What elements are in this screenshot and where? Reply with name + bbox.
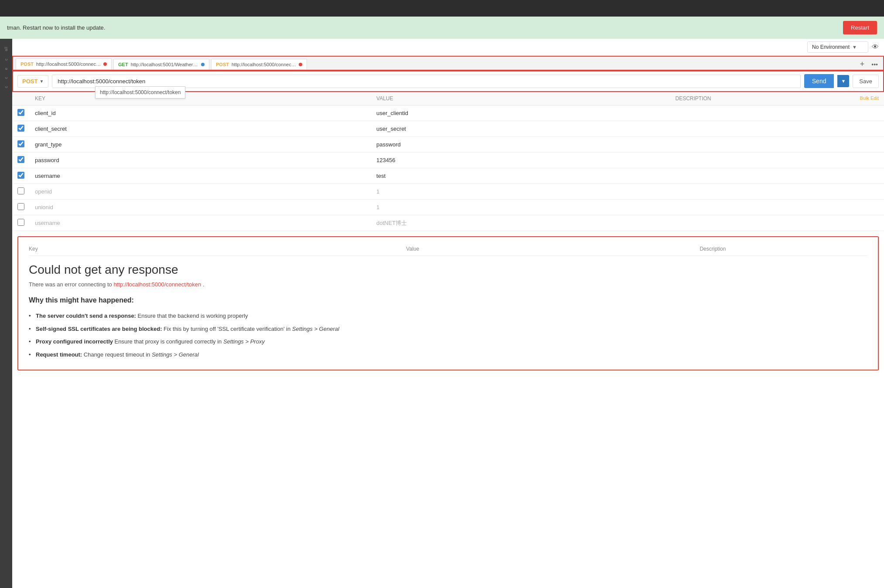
row-checkbox-2[interactable] — [17, 140, 24, 147]
tab-0-dot — [103, 62, 107, 66]
url-input[interactable] — [52, 75, 800, 88]
tab-0-method: POST — [20, 61, 34, 67]
more-tabs-button[interactable]: ••• — [869, 60, 881, 69]
row-key-3: password — [30, 153, 371, 168]
row-value-5: 1 — [371, 184, 670, 200]
why-title: Why this might have happened: — [29, 296, 867, 304]
update-banner: tman. Restart now to install the update.… — [0, 17, 884, 39]
row-value-2: password — [371, 137, 670, 153]
row-checkbox-6[interactable] — [17, 203, 24, 210]
env-bar: No Environment ▼ 👁 — [12, 39, 884, 56]
why-item-1: Self-signed SSL certificates are being b… — [29, 323, 867, 336]
send-button[interactable]: Send — [804, 74, 834, 88]
why-item-3: Request timeout: Change request timeout … — [29, 348, 867, 361]
table-row: username test — [12, 168, 884, 184]
col-check-header — [12, 92, 30, 105]
row-desc-0 — [670, 105, 884, 121]
row-desc-2 — [670, 137, 884, 153]
col-desc-header: DESCRIPTION Bulk Edit — [670, 92, 884, 105]
error-subtitle-suffix: . — [203, 281, 205, 288]
row-desc-1 — [670, 121, 884, 137]
row-value-0: user_clientid — [371, 105, 670, 121]
update-message: tman. Restart now to install the update. — [7, 24, 105, 31]
env-dropdown-icon: ▼ — [852, 44, 857, 50]
tab-1-dot — [201, 63, 205, 66]
send-dropdown-button[interactable]: ▼ — [837, 75, 849, 87]
table-row: username dotNET博士 — [12, 215, 884, 231]
sidebar-item-c1[interactable]: c — [3, 55, 9, 64]
left-sidebar: all c e c c — [0, 39, 12, 588]
table-row: password 123456 — [12, 153, 884, 168]
row-key-7: username — [30, 215, 371, 231]
method-label: POST — [22, 78, 38, 85]
env-eye-icon[interactable]: 👁 — [872, 43, 879, 51]
tab-2-dot — [299, 63, 302, 66]
row-value-7: dotNET博士 — [371, 215, 670, 231]
error-title: Could not get any response — [29, 263, 867, 277]
row-value-4: test — [371, 168, 670, 184]
row-key-2: grant_type — [30, 137, 371, 153]
environment-select[interactable]: No Environment ▼ — [807, 41, 868, 53]
tabs-container: POST http://localhost:5000/connect/... G… — [12, 56, 884, 71]
tab-actions: + ••• — [857, 59, 881, 70]
url-tooltip: http://localhost:5000/connect/token — [95, 86, 185, 99]
tab-0-url: http://localhost:5000/connect/... — [36, 61, 101, 67]
table-row: openid 1 — [12, 184, 884, 200]
row-checkbox-7[interactable] — [17, 219, 24, 226]
why-item-0: The server couldn't send a response: Ens… — [29, 309, 867, 323]
row-checkbox-3[interactable] — [17, 156, 24, 163]
add-tab-button[interactable]: + — [857, 59, 867, 70]
row-key-0: client_id — [30, 105, 371, 121]
tab-1-method: GET — [118, 62, 128, 67]
error-response-panel: Key Value Description Could not get any … — [17, 236, 879, 370]
table-row: unionid 1 — [12, 200, 884, 215]
env-label: No Environment — [812, 44, 850, 50]
row-checkbox-1[interactable] — [17, 125, 24, 132]
error-subtitle-prefix: There was an error connecting to — [29, 281, 113, 288]
content-area: No Environment ▼ 👁 POST http://localhost… — [12, 39, 884, 588]
kv-key-label: Key — [29, 246, 406, 252]
error-subtitle: There was an error connecting to http://… — [29, 281, 867, 288]
tab-2-method: POST — [216, 62, 229, 67]
tab-2[interactable]: POST http://localhost:5000/connect/... — [211, 59, 307, 70]
save-button[interactable]: Save — [853, 75, 879, 88]
method-dropdown[interactable]: POST ▼ — [17, 75, 48, 88]
why-item-2: Proxy configured incorrectly Ensure that… — [29, 335, 867, 348]
row-desc-5 — [670, 184, 884, 200]
sidebar-item-c2[interactable]: c — [3, 73, 9, 82]
col-value-header: VALUE — [371, 92, 670, 105]
row-checkbox-4[interactable] — [17, 172, 24, 179]
row-checkbox-0[interactable] — [17, 109, 24, 116]
tab-2-url: http://localhost:5000/connect/... — [232, 62, 296, 67]
sidebar-item-all[interactable]: all — [3, 43, 9, 55]
table-row: grant_type password — [12, 137, 884, 153]
table-row: client_secret user_secret — [12, 121, 884, 137]
why-list: The server couldn't send a response: Ens… — [29, 309, 867, 361]
row-desc-7 — [670, 215, 884, 231]
table-row: client_id user_clientid — [12, 105, 884, 121]
row-key-6: unionid — [30, 200, 371, 215]
row-value-3: 123456 — [371, 153, 670, 168]
row-key-5: openid — [30, 184, 371, 200]
kv-value-label: Value — [406, 246, 700, 252]
sidebar-item-e[interactable]: e — [3, 64, 9, 74]
restart-button[interactable]: Restart — [843, 21, 877, 34]
params-table: KEY VALUE DESCRIPTION Bulk Edit client_i… — [12, 92, 884, 231]
main-layout: all c e c c No Environment ▼ 👁 POST http… — [0, 39, 884, 588]
tab-1-url: http://localhost:5001/WeatherF... — [131, 62, 198, 67]
kv-desc-label: Description — [700, 246, 867, 252]
top-bar — [0, 0, 884, 17]
tab-1[interactable]: GET http://localhost:5001/WeatherF... — [113, 59, 209, 70]
request-bar: POST ▼ http://localhost:5000/connect/tok… — [12, 71, 884, 92]
row-value-6: 1 — [371, 200, 670, 215]
tab-0[interactable]: POST http://localhost:5000/connect/... — [16, 58, 112, 70]
row-desc-4 — [670, 168, 884, 184]
row-key-1: client_secret — [30, 121, 371, 137]
kv-header: Key Value Description — [29, 246, 867, 256]
bulk-edit-button[interactable]: Bulk Edit — [860, 95, 879, 101]
sidebar-item-c3[interactable]: c — [3, 82, 9, 92]
error-url-link[interactable]: http://localhost:5000/connect/token — [113, 281, 201, 288]
col-key-header: KEY — [30, 92, 371, 105]
row-checkbox-5[interactable] — [17, 187, 24, 194]
row-desc-3 — [670, 153, 884, 168]
